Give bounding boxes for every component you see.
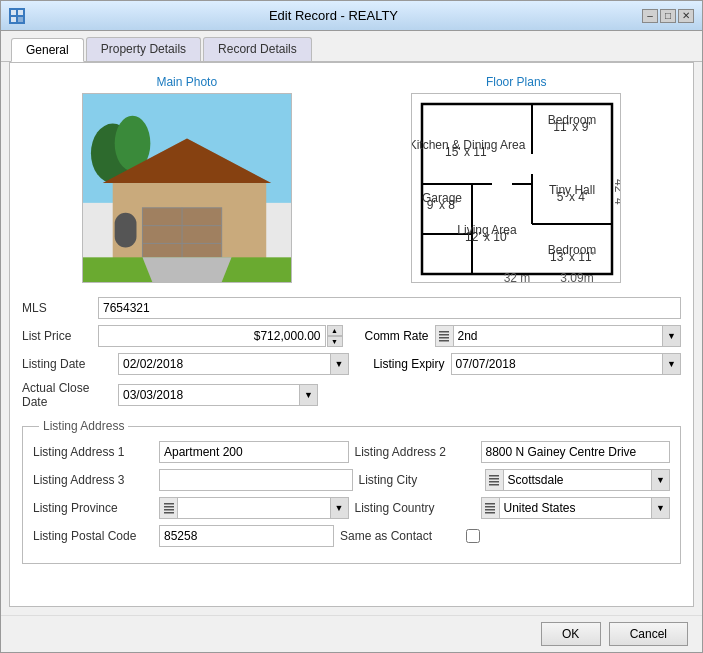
svg-text:13' x 11': 13' x 11' (550, 250, 594, 264)
province-icon (160, 498, 178, 518)
postal-code-input[interactable] (159, 525, 334, 547)
tab-general[interactable]: General (11, 38, 84, 62)
svg-rect-54 (485, 503, 495, 505)
restore-button[interactable]: □ (660, 9, 676, 23)
actual-close-date-dropdown[interactable]: ▼ (299, 385, 317, 405)
svg-rect-1 (18, 10, 23, 15)
listing-date-label: Listing Date (22, 357, 112, 371)
tabs-bar: General Property Details Record Details (1, 31, 702, 62)
comm-rate-dropdown-arrow[interactable]: ▼ (662, 326, 680, 346)
svg-text:32 m: 32 m (504, 271, 531, 283)
svg-rect-2 (11, 17, 16, 22)
svg-rect-55 (485, 506, 495, 508)
country-label: Listing Country (355, 501, 475, 515)
address3-label: Listing Address 3 (33, 473, 153, 487)
listing-expiry-label: Listing Expiry (355, 357, 445, 371)
mls-input[interactable] (98, 297, 681, 319)
svg-rect-50 (164, 503, 174, 505)
comm-rate-label: Comm Rate (349, 329, 429, 343)
listing-date-dropdown[interactable]: ▼ (330, 354, 348, 374)
country-dropdown-arrow[interactable]: ▼ (651, 498, 669, 518)
title-bar: Edit Record - REALTY – □ ✕ (1, 1, 702, 31)
listing-address-legend: Listing Address (39, 419, 128, 433)
main-content: Main Photo (9, 62, 694, 607)
window-controls: – □ ✕ (642, 9, 694, 23)
svg-rect-47 (489, 478, 499, 480)
listing-date-select[interactable]: 02/02/2018 ▼ (118, 353, 349, 375)
photos-row: Main Photo (22, 75, 681, 283)
same-as-contact-checkbox[interactable] (466, 529, 480, 543)
svg-text:9' x 8': 9' x 8' (427, 198, 458, 212)
same-as-contact-label: Same as Contact (340, 529, 460, 543)
svg-rect-49 (489, 484, 499, 486)
app-icon (9, 8, 25, 24)
address3-row: Listing Address 3 Listing City Scottsdal… (33, 469, 670, 491)
ok-button[interactable]: OK (541, 622, 601, 646)
listing-date-value: 02/02/2018 (119, 357, 330, 371)
cancel-button[interactable]: Cancel (609, 622, 688, 646)
city-label: Listing City (359, 473, 479, 487)
svg-text:42' 4": 42' 4" (612, 179, 621, 209)
address1-row: Listing Address 1 Listing Address 2 (33, 441, 670, 463)
province-dropdown-arrow[interactable]: ▼ (330, 498, 348, 518)
floor-plans-label[interactable]: Floor Plans (486, 75, 547, 89)
address1-label: Listing Address 1 (33, 445, 153, 459)
svg-marker-17 (142, 257, 231, 282)
country-icon (482, 498, 500, 518)
svg-rect-48 (489, 481, 499, 483)
svg-rect-51 (164, 506, 174, 508)
mls-row: MLS (22, 297, 681, 319)
listing-address-fieldset: Listing Address Listing Address 1 Listin… (22, 419, 681, 564)
svg-rect-43 (439, 334, 449, 336)
list-price-label: List Price (22, 329, 92, 343)
tab-property-details[interactable]: Property Details (86, 37, 201, 61)
listing-expiry-dropdown[interactable]: ▼ (662, 354, 680, 374)
comm-rate-select[interactable]: 2nd ▼ (435, 325, 682, 347)
address2-input[interactable] (481, 441, 671, 463)
main-window: Edit Record - REALTY – □ ✕ General Prope… (0, 0, 703, 653)
actual-close-date-select[interactable]: 03/03/2018 ▼ (118, 384, 318, 406)
svg-rect-52 (164, 509, 174, 511)
main-photo-label[interactable]: Main Photo (156, 75, 217, 89)
city-dropdown-arrow[interactable]: ▼ (651, 470, 669, 490)
svg-text:3.09m: 3.09m (561, 271, 594, 283)
list-price-increment[interactable]: ▲ (327, 325, 343, 336)
svg-text:11' x 9': 11' x 9' (554, 120, 591, 134)
country-value: United States (500, 501, 652, 515)
main-photo-frame[interactable] (82, 93, 292, 283)
city-icon (486, 470, 504, 490)
tab-record-details[interactable]: Record Details (203, 37, 312, 61)
svg-rect-46 (489, 475, 499, 477)
floor-plans-section: Floor Plans (411, 75, 621, 283)
svg-text:5' x 4': 5' x 4' (557, 190, 588, 204)
country-select[interactable]: United States ▼ (481, 497, 671, 519)
window-title: Edit Record - REALTY (25, 8, 642, 23)
address1-input[interactable] (159, 441, 349, 463)
list-price-decrement[interactable]: ▼ (327, 336, 343, 347)
floorplan-frame[interactable]: Kitchen & Dining Area 15' x 11' Bedroom … (411, 93, 621, 283)
actual-close-date-row: Actual Close Date 03/03/2018 ▼ (22, 381, 681, 409)
svg-rect-44 (439, 337, 449, 339)
listing-expiry-value: 07/07/2018 (452, 357, 663, 371)
listing-expiry-select[interactable]: 07/07/2018 ▼ (451, 353, 682, 375)
actual-close-date-value: 03/03/2018 (119, 388, 299, 402)
footer: OK Cancel (1, 615, 702, 652)
address2-label: Listing Address 2 (355, 445, 475, 459)
svg-rect-57 (485, 512, 495, 514)
svg-rect-15 (114, 213, 136, 248)
minimize-button[interactable]: – (642, 9, 658, 23)
list-price-input[interactable] (98, 325, 326, 347)
listing-date-row: Listing Date 02/02/2018 ▼ Listing Expiry… (22, 353, 681, 375)
address3-input[interactable] (159, 469, 353, 491)
close-button[interactable]: ✕ (678, 9, 694, 23)
svg-rect-3 (18, 17, 23, 22)
province-row: Listing Province ▼ Listing Country Unite… (33, 497, 670, 519)
mls-label: MLS (22, 301, 92, 315)
same-as-contact-wrap (466, 529, 480, 543)
house-image (83, 93, 291, 283)
svg-rect-53 (164, 512, 174, 514)
city-select[interactable]: Scottsdale ▼ (485, 469, 671, 491)
city-value: Scottsdale (504, 473, 652, 487)
svg-text:15' x 11': 15' x 11' (445, 145, 489, 159)
province-select[interactable]: ▼ (159, 497, 349, 519)
